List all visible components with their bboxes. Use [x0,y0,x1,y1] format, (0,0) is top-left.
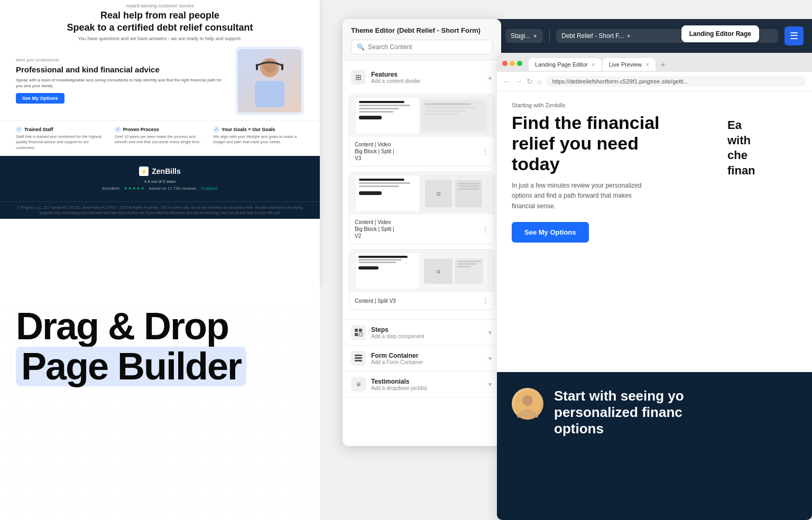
search-bar[interactable]: 🔍 [351,40,493,54]
features-header[interactable]: ⊞ Features Add a content divider ▲ [343,64,501,90]
steps-chevron: ▼ [487,330,493,336]
hero-text-block: Real help from real people Speak to a ce… [0,10,320,41]
cards-area: Content | VideoBig Block | Split |V3 ⋮ [343,90,501,319]
card-split-v3[interactable]: ○ Content | Split V3 ⋮ [349,249,495,310]
reviews-label: based on 17,763 reviews [149,186,196,191]
features-labels: Features Add a content divider [371,71,421,84]
features-left: ⊞ Features Add a content divider [351,70,421,85]
card-v3-label: Content | VideoBig Block | Split |V3 [355,141,394,162]
logo-text: ZenBills [152,167,180,175]
testimonials-left: ≡ Testimonials Add a dropdown picklist [351,377,427,392]
features-section: ⊞ Features Add a content divider ▲ [343,64,501,320]
search-icon: 🔍 [357,43,365,51]
card-v3-footer: Content | VideoBig Block | Split |V3 ⋮ [349,137,494,166]
form-container-title: Form Container [371,352,423,359]
menu-button[interactable]: ☰ [785,26,804,45]
consultant-illustration [248,54,291,107]
form-svg-icon [354,354,363,363]
browser-cta-btn[interactable]: See My Options [512,222,589,243]
svg-rect-9 [355,355,362,356]
hero-image-inner [238,49,301,113]
home-btn[interactable]: ⌂ [537,77,541,86]
card-v3-menu[interactable]: ⋮ [482,147,489,156]
dark-section-text: Start with seeing yopersonalized financo… [554,388,684,438]
theme-editor-panel: Theme Editor (Debt Relief - Short Form) … [343,19,501,446]
browser-subtext: In just a few minutes review your person… [512,181,649,211]
steps-section: Steps Add a step component ▼ [343,320,501,346]
consultant-avatar [512,388,543,420]
meet-label: Meet your professional [16,58,225,62]
star-rating: ★★★★★ [124,186,145,191]
card-v3[interactable]: Content | VideoBig Block | Split |V3 ⋮ [349,94,495,166]
landing-page-editor-tab[interactable]: Landing Page Editor ✕ [529,58,602,71]
tab2-close[interactable]: ✕ [645,62,649,68]
browser-tabs: Landing Page Editor ✕ Live Preview ✕ + [497,53,812,72]
form-container-header[interactable]: Form Container Add a Form Container ▼ [343,346,501,371]
testimonials-header[interactable]: ≡ Testimonials Add a dropdown picklist ▼ [343,372,501,397]
feature-3-check: ✓ Your Goals = Our Goals [213,126,304,133]
testimonials-icon: ≡ [351,377,366,392]
feature-1-check: ✓ Trained Staff [16,126,107,133]
debt-dropdown-icon: ▼ [626,33,631,39]
partial-right-content: Eawithchefinan [727,118,812,178]
award-text: Award winning customer service [0,0,320,10]
testimonials-title: Testimonials [371,378,427,385]
footer-legal: © Pingtree, LLC, 222 Yamato Rd 106-322, … [16,205,304,216]
tab1-close[interactable]: ✕ [591,62,595,68]
see-my-options-btn[interactable]: See My Options [16,93,64,104]
features-sub: Add a content divider [371,78,421,84]
excellent-label: Excellent [102,186,119,191]
add-tab-btn[interactable]: + [657,57,669,72]
form-container-icon [351,351,366,366]
card-v2[interactable]: ○ Content | VideoBig Block | Split |V2 [349,172,495,244]
refresh-btn[interactable]: ↻ [527,77,533,86]
back-btn[interactable]: ← [503,77,511,86]
dark-section-headline: Start with seeing yopersonalized financo… [554,388,684,438]
hero-subheadline: You have questions and we have answers -… [11,36,309,41]
steps-svg-icon [354,328,363,337]
svg-rect-6 [359,329,362,332]
testimonials-labels: Testimonials Add a dropdown picklist [371,378,427,391]
live-preview-tab[interactable]: Live Preview ✕ [603,58,656,71]
minimize-dot[interactable] [510,61,515,66]
steps-labels: Steps Add a step component [371,326,424,339]
close-dot[interactable] [502,61,508,66]
form-container-section: Form Container Add a Form Container ▼ [343,346,501,372]
hero-left: Meet your professional Professional and … [16,58,225,104]
theme-editor-title: Theme Editor (Debt Relief - Short Form) [351,26,493,34]
form-container-sub: Add a Form Container [371,359,423,365]
features-title: Features [371,71,421,78]
feature-2-check: ✓ Proven Process [115,126,206,133]
svg-rect-7 [355,333,358,336]
starting-label: Starting with Zenbills [512,102,797,108]
card-split-v3-menu[interactable]: ⋮ [482,296,489,305]
url-bar[interactable]: https://debtreliefshortform-c529f1.pingt… [546,76,806,87]
features-icon: ⊞ [351,70,366,85]
steps-sub: Add a step component [371,333,424,339]
forward-btn[interactable]: → [515,77,522,86]
steps-left: Steps Add a step component [351,325,424,340]
card-v2-footer: Content | VideoBig Block | Split |V2 ⋮ [349,215,494,244]
search-input[interactable] [368,43,487,51]
staging-selector[interactable]: Stagi... ▼ [505,29,543,43]
card-v2-menu[interactable]: ⋮ [482,225,489,234]
browser-preview: Landing Page Editor ✕ Live Preview ✕ + ←… [497,53,812,520]
testimonials-sub: Add a dropdown picklist [371,385,427,391]
landing-editor-badge: Landing Editor Rage [681,25,759,42]
trust-row: Excellent ★★★★★ based on 17,763 reviews … [16,186,304,191]
svg-rect-1 [255,81,284,107]
dark-section: ZenBills 4.9 out of 5 stars Excellent ★★… [0,156,320,201]
hero-title: Professional and kind financial advice [16,64,225,75]
expand-dot[interactable] [517,61,522,66]
dnd-section: Drag & Drop Page Builder [0,285,320,520]
dnd-text: Drag & Drop Page Builder [16,307,246,386]
form-container-left: Form Container Add a Form Container [351,351,423,366]
hero-desc: Speak with a team of knowledgeable and c… [16,77,225,89]
card-v2-thumb: ○ [349,172,494,215]
feature-2: ✓ Proven Process Over 10 years we have m… [115,126,206,151]
form-container-labels: Form Container Add a Form Container [371,352,423,365]
browser-dark-section: Start with seeing yopersonalized financo… [497,372,812,520]
steps-header[interactable]: Steps Add a step component ▼ [343,320,501,345]
staging-dropdown-icon: ▼ [532,33,538,39]
svg-rect-5 [355,329,358,332]
